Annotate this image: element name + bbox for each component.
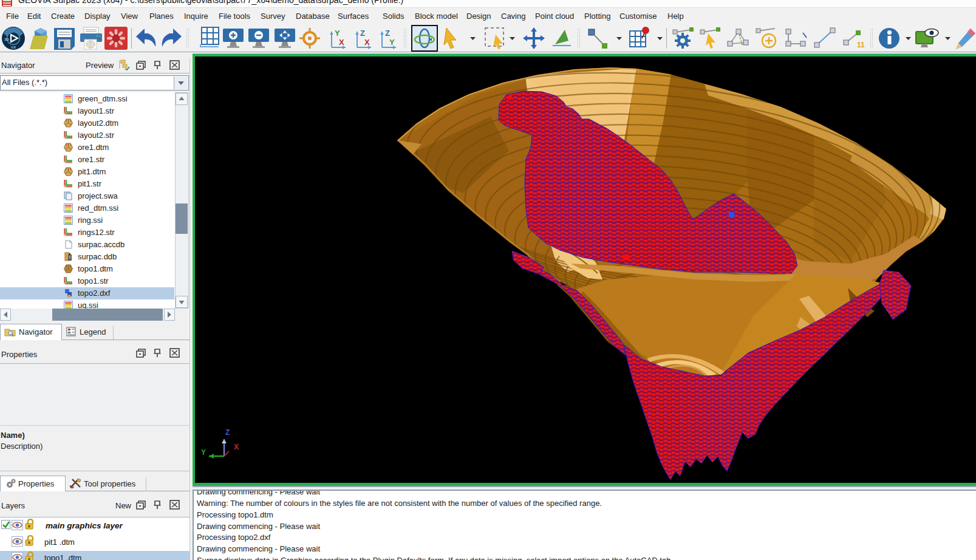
svg-text:3D: 3D: [4, 38, 9, 41]
svg-text:Y: Y: [201, 448, 206, 457]
svg-text:Y: Y: [389, 38, 395, 47]
svg-text:Z: Z: [225, 428, 230, 437]
svg-text:X: X: [234, 443, 239, 451]
svg-text:X: X: [339, 38, 344, 47]
svg-text:X: X: [364, 38, 370, 47]
svg-text:Z: Z: [385, 29, 390, 38]
svg-text:11: 11: [857, 41, 865, 49]
svg-text:V.R: V.R: [11, 46, 16, 49]
svg-text:Z: Z: [360, 29, 365, 38]
svg-text:Y: Y: [335, 29, 340, 38]
